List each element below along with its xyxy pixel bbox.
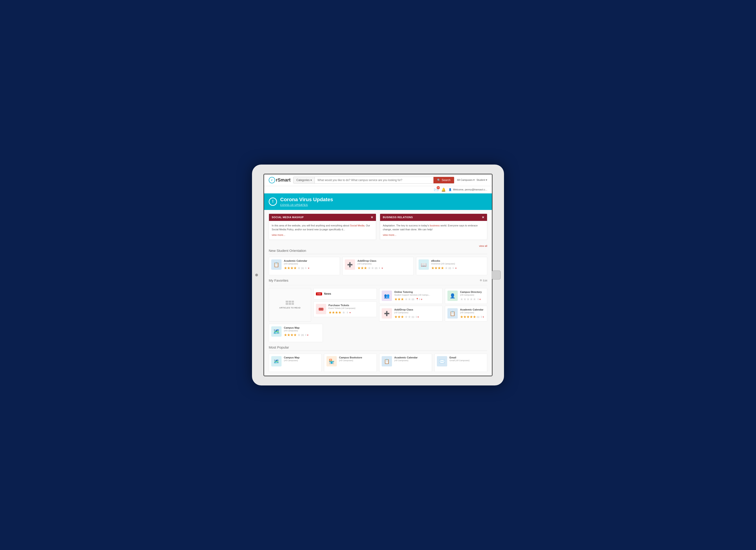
tile-academic-pop[interactable]: 📋 Academic Calendar (All Campuses) — [379, 354, 432, 372]
articles-tile[interactable]: ARTICLES TO READ — [269, 288, 311, 322]
corona-text: Corona Virus Updates COVID-19 UPDATES — [280, 197, 333, 207]
card-close-social[interactable]: ✕ — [371, 216, 373, 219]
user-icon: 👤 — [449, 188, 452, 191]
heart-icon-academic-fav[interactable]: ♥ — [482, 316, 484, 318]
view-all-link[interactable]: view all — [479, 244, 487, 247]
search-input[interactable] — [315, 177, 433, 183]
tile-info-ebooks: eBooks OverDrive (All Campuses) ★★★★★ (2… — [431, 259, 485, 270]
tile-icon-add-drop: ➕ — [345, 259, 355, 270]
heart-icon-ebooks[interactable]: ♥ — [455, 267, 457, 269]
tile-campus-map-pop[interactable]: 🗺️ Campus Map (All Campuses) — [269, 354, 322, 372]
card-close-business[interactable]: ✕ — [482, 216, 485, 219]
card-link-social[interactable]: view more... — [272, 233, 373, 237]
bell-icon[interactable]: 🔔 — [441, 187, 446, 192]
tile-icon-bookstore-pop: 🏪 — [326, 356, 337, 367]
user-info[interactable]: 👤 Welcome, penny@transact.c... — [449, 188, 487, 191]
tablet-button-left — [255, 273, 258, 277]
articles-label: ARTICLES TO READ — [279, 307, 301, 309]
info-card-business: BUSINESS RELATIONS ✕ Adaptation. The key… — [380, 213, 487, 240]
tile-add-drop[interactable]: ➕ Add/Drop Class (All Campuses) ★★★★★ (2… — [342, 257, 414, 275]
info-icon-add-drop-fav[interactable]: ℹ — [416, 316, 417, 318]
header-links: All Campuses ▾ Student ▾ — [457, 178, 487, 181]
info-icon-academic-fav[interactable]: ℹ — [481, 316, 482, 318]
favorites-title: My Favorites — [269, 279, 288, 282]
tile-campus-directory[interactable]: 👤 Campus Directory (All Campuses) ★★★★★ … — [445, 288, 487, 304]
tablet-screen: r rSmart Categories ▾ 🔍 Search All Campu… — [263, 174, 493, 377]
heart-icon-add-drop-fav[interactable]: ♥ — [417, 316, 419, 318]
tile-add-drop-fav[interactable]: ➕ Add/Drop Class (All Campuses) ★★★★★ (1… — [379, 306, 443, 322]
corona-link[interactable]: COVID-19 UPDATES — [280, 203, 308, 206]
tile-info-academic-pop: Academic Calendar (All Campuses) — [394, 356, 430, 363]
heart-icon-map-fav[interactable]: ♥ — [307, 334, 309, 337]
tile-icon-email-pop: ✉️ — [437, 356, 447, 367]
info-icon-academic[interactable]: ℹ — [305, 267, 306, 269]
tile-campus-map-fav[interactable]: 🗺️ Campus Map (All Campuses) ★★★★★ (0) ℹ… — [269, 324, 323, 342]
news-purchase-col: CNN News 🎟️ Purchase Tickets Event Ticke… — [313, 288, 377, 322]
tile-purchase-tickets[interactable]: 🎟️ Purchase Tickets Event Tickets (All C… — [313, 302, 377, 317]
card-header-social: SOCIAL MEDIA MASHUP ✕ — [269, 214, 376, 221]
main-content: SOCIAL MEDIA MASHUP ✕ In this area of th… — [264, 210, 492, 376]
info-cards-row: SOCIAL MEDIA MASHUP ✕ In this area of th… — [269, 213, 487, 240]
search-icon: 🔍 — [437, 178, 441, 182]
tile-icon-directory: 👤 — [447, 291, 458, 301]
favorites-row1: ARTICLES TO READ CNN News 🎟️ Purchase Ti… — [269, 288, 487, 322]
header: r rSmart Categories ▾ 🔍 Search All Campu… — [264, 174, 492, 186]
info-icon-add-drop[interactable]: ℹ — [379, 267, 380, 269]
directory-academic-col: 👤 Campus Directory (All Campuses) ★★★★★ … — [445, 288, 487, 322]
heart-icon-tickets[interactable]: ♥ — [349, 311, 351, 314]
tile-icon-tutoring: 👥 — [382, 291, 392, 301]
categories-button[interactable]: Categories ▾ — [293, 177, 315, 183]
tile-ebooks[interactable]: 📖 eBooks OverDrive (All Campuses) ★★★★★ … — [416, 257, 487, 275]
heart-icon-academic[interactable]: ♥ — [308, 267, 310, 269]
tablet-button-right — [492, 270, 501, 280]
heart-icon-tutoring[interactable]: ♥ — [421, 298, 422, 301]
mail-badge: 33 — [437, 186, 440, 189]
news-tile[interactable]: CNN News — [313, 288, 377, 300]
tile-info-directory: Campus Directory (All Campuses) ★★★★★ ℹ … — [460, 291, 485, 302]
heart-icon-directory[interactable]: ♥ — [479, 298, 481, 301]
card-header-business: BUSINESS RELATIONS ✕ — [380, 214, 487, 221]
popular-tiles: 🗺️ Campus Map (All Campuses) 🏪 Campus Bo… — [269, 354, 487, 372]
tile-bookstore-pop[interactable]: 🏪 Campus Bookstore (All Campuses) — [324, 354, 377, 372]
info-icon-tickets[interactable]: ℹ — [347, 311, 348, 314]
favorites-section-header: My Favorites ⚙ Edit — [269, 279, 487, 282]
info-icon-tutoring[interactable]: ℹ — [419, 298, 420, 301]
tile-info-add-drop-fav: Add/Drop Class (All Campuses) ★★★★★ (1) … — [394, 308, 440, 319]
search-button[interactable]: 🔍 Search — [433, 177, 454, 183]
tile-info-map-pop: Campus Map (All Campuses) — [284, 356, 319, 363]
heart-icon-add-drop[interactable]: ♥ — [381, 267, 383, 269]
popular-section: Most Popular 🗺️ Campus Map (All Campuses… — [269, 345, 487, 372]
cnn-badge: CNN — [316, 293, 322, 296]
welcome-text: Welcome, penny@transact.c... — [453, 188, 487, 191]
tile-academic-fav[interactable]: 📋 Academic Calendar (All Campuses) ★★★★★… — [445, 306, 487, 322]
tile-email-pop[interactable]: ✉️ Email Gmail (All Campuses) — [434, 354, 487, 372]
tile-icon-add-drop-fav: ➕ — [382, 308, 392, 319]
tablet-frame: r rSmart Categories ▾ 🔍 Search All Campu… — [252, 164, 504, 386]
tile-icon-map-fav: 🗺️ — [271, 326, 282, 337]
all-campuses-link[interactable]: All Campuses ▾ — [457, 178, 475, 181]
mail-icon[interactable]: ✉️ 33 — [434, 187, 438, 192]
info-icon-ebooks[interactable]: ℹ — [453, 267, 454, 269]
info-icon-directory[interactable]: ℹ — [478, 298, 479, 301]
tile-icon-ebooks: 📖 — [419, 259, 429, 270]
card-text-business: Adaptation. The key to success in today'… — [383, 224, 478, 231]
info-icon-map-fav[interactable]: ℹ — [305, 334, 306, 336]
new-student-title: New Student Orientation — [269, 248, 487, 254]
tile-online-tutoring[interactable]: 👥 Online Tutoring Student Support Servic… — [379, 288, 443, 304]
articles-icon — [286, 301, 294, 305]
tile-icon-academic: 📋 — [271, 259, 282, 270]
tile-academic-calendar[interactable]: 📋 Academic Calendar (All Campuses) ★★★★★… — [269, 257, 340, 275]
new-student-tiles: 📋 Academic Calendar (All Campuses) ★★★★★… — [269, 257, 487, 275]
edit-button[interactable]: ⚙ Edit — [480, 279, 487, 282]
campus-map-row: 🗺️ Campus Map (All Campuses) ★★★★★ (0) ℹ… — [269, 324, 487, 342]
student-link[interactable]: Student ▾ — [477, 178, 487, 181]
new-student-section: New Student Orientation 📋 Academic Calen… — [269, 248, 487, 275]
tile-info-academic-fav: Academic Calendar (All Campuses) ★★★★★ (… — [460, 308, 485, 319]
card-link-business[interactable]: view more... — [383, 233, 484, 237]
card-text-social: In this area of the website, you will fi… — [272, 224, 370, 231]
view-all: view all — [269, 243, 487, 248]
corona-title: Corona Virus Updates — [280, 197, 333, 202]
header-right: All Campuses ▾ Student ▾ — [457, 178, 487, 181]
notification-bar: ✉️ 33 🔔 👤 Welcome, penny@transact.c... — [264, 186, 492, 193]
corona-banner: ! Corona Virus Updates COVID-19 UPDATES — [264, 193, 492, 210]
